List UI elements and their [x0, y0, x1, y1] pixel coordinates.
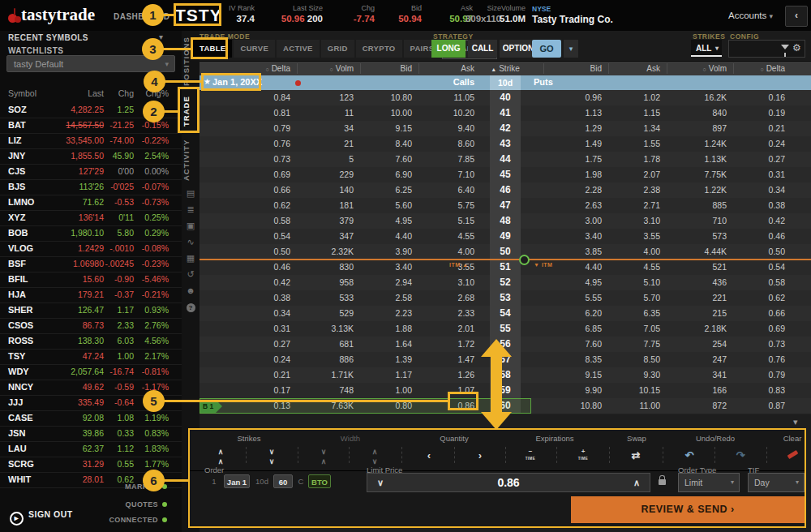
tif-select[interactable]: Day▾	[748, 473, 805, 492]
column-header-symbol[interactable]: Symbol	[8, 88, 36, 98]
chain-cell-c-ask[interactable]: 9.40	[410, 121, 474, 136]
limit-price-stepper[interactable]: ∨ 0.86 ∧	[367, 473, 650, 492]
mode-tab-curve[interactable]: CURVE	[234, 40, 275, 58]
chain-cell-p-ask[interactable]: 2.71	[595, 198, 660, 213]
watchlist-row[interactable]: BJS113'26-0'025-0.07%	[0, 179, 182, 195]
strikes-filter-select[interactable]: ALL▾	[691, 40, 722, 57]
chain-cell-p-bid[interactable]: 8.35	[537, 352, 602, 367]
width-narrow-button[interactable]: ∨∧	[306, 445, 341, 466]
chain-cell-c-ask[interactable]: 4.55	[410, 229, 474, 244]
recent-symbols-header[interactable]: RECENT SYMBOLS	[8, 33, 88, 42]
chain-cell-p-bid[interactable]: 3.00	[537, 213, 602, 229]
watchlist-row[interactable]: BOB1,980.105.800.29%	[0, 225, 182, 242]
mode-tab-crypto[interactable]: CRYPTO	[356, 40, 402, 58]
chain-cell-c-bid[interactable]: 3.90	[347, 244, 412, 260]
chain-cell-c-bid[interactable]: 1.17	[347, 367, 412, 383]
watchlist-row[interactable]: JNY1,855.5045.902.54%	[0, 148, 182, 165]
chain-cell-p-bid[interactable]: 2.28	[537, 182, 602, 198]
chain-cell-p-ask[interactable]: 10.15	[595, 383, 660, 398]
chain-cell-c-bid[interactable]: 5.60	[347, 198, 412, 213]
watchlist-row[interactable]: CJS127'290'000.00%	[0, 164, 182, 180]
order-strike-chip[interactable]: 60	[273, 474, 293, 488]
put-header-volm[interactable]: ○Volm	[662, 62, 727, 75]
tastytrade-logo[interactable]: tastytrade	[8, 5, 95, 25]
chain-cell-p-ask[interactable]: 1.34	[595, 121, 660, 136]
chain-cell-c-bid[interactable]: 2.23	[347, 306, 412, 321]
chain-cell-p-ask[interactable]: 9.30	[595, 367, 660, 383]
strikes-up-button[interactable]: ∧∧	[203, 445, 238, 466]
quantity-right-button[interactable]: ›	[462, 445, 498, 466]
follow-icon[interactable]: ▣	[182, 221, 200, 231]
order-action-chip[interactable]: BTO	[308, 474, 331, 488]
strike-header[interactable]: ▲Strike	[467, 62, 543, 75]
chain-cell-p-bid[interactable]: 9.15	[537, 367, 602, 383]
chain-cell-c-bid[interactable]: 3.40	[347, 260, 412, 275]
chain-cell-c-ask[interactable]: 10.20	[410, 105, 474, 121]
gear-icon[interactable]: ⚙	[792, 42, 801, 54]
chain-cell-p-ask[interactable]: 6.35	[595, 306, 660, 321]
clear-button[interactable]	[775, 445, 810, 466]
chain-cell-p-bid[interactable]: 5.55	[537, 290, 602, 306]
chain-cell-p-bid[interactable]: 1.29	[537, 121, 602, 136]
chain-cell-p-ask[interactable]: 1.78	[595, 152, 660, 167]
mode-tab-grid[interactable]: GRID	[321, 40, 354, 58]
chain-cell-p-bid[interactable]: 3.40	[537, 229, 602, 244]
strategy-long-button[interactable]: LONG	[431, 40, 466, 58]
chain-cell-p-bid[interactable]: 1.49	[537, 136, 602, 152]
chain-cell-c-bid[interactable]: 9.15	[347, 121, 412, 136]
chain-cell-c-bid[interactable]: 10.80	[347, 90, 412, 105]
strikes-down-button[interactable]: ∨∨	[254, 445, 290, 466]
chain-cell-p-bid[interactable]: 1.98	[537, 167, 602, 182]
put-header-ask[interactable]: Ask	[595, 62, 660, 75]
chain-cell-c-ask[interactable]: 11.05	[410, 90, 474, 105]
put-header-delta[interactable]: ○Delta	[720, 62, 785, 75]
grid-icon[interactable]: ▦	[182, 253, 200, 264]
expiration-row[interactable]: ★ Jan 1, 20XX Calls 10d Puts	[200, 75, 811, 90]
redo-button[interactable]: ↷	[723, 445, 758, 466]
chain-cell-c-bid[interactable]: 4.40	[347, 229, 412, 244]
call-header-bid[interactable]: Bid	[347, 62, 412, 75]
watchlist-row[interactable]: XYZ136'140'110.25%	[0, 210, 182, 226]
limit-price-value[interactable]: 0.86	[367, 474, 650, 491]
chain-cell-c-bid[interactable]: 10.00	[347, 105, 412, 121]
chain-cell-p-ask[interactable]: 1.15	[595, 105, 660, 121]
chain-cell-c-bid[interactable]: 1.00	[347, 383, 412, 398]
spot-price-marker-icon[interactable]	[519, 255, 530, 265]
chain-cell-p-bid[interactable]: 10.80	[537, 398, 602, 414]
chain-cell-p-ask[interactable]: 8.50	[595, 352, 660, 367]
watchlist-row[interactable]: WDY2,057.64-16.74-0.81%	[0, 364, 182, 380]
chain-cell-c-ask[interactable]: 7.85	[410, 152, 474, 167]
order-type-select[interactable]: Limit▾	[678, 473, 740, 492]
chevron-down-icon[interactable]: ▾	[793, 417, 798, 427]
chain-cell-c-ask[interactable]: 6.40	[410, 182, 474, 198]
chain-cell-c-ask[interactable]: 3.10	[410, 275, 474, 290]
swap-button[interactable]: ⇄	[618, 445, 654, 466]
chain-cell-p-bid[interactable]: 4.95	[537, 275, 602, 290]
chain-cell-p-bid[interactable]: 9.90	[537, 383, 602, 398]
chain-cell-c-ask[interactable]: 7.10	[410, 167, 474, 182]
chain-cell-p-ask[interactable]: 2.38	[595, 182, 660, 198]
go-button[interactable]: GO	[532, 40, 561, 58]
chain-cell-c-ask[interactable]: 5.15	[410, 213, 474, 229]
mode-tab-active[interactable]: ACTIVE	[277, 40, 320, 58]
chain-cell-p-bid[interactable]: 1.75	[537, 152, 602, 167]
chain-cell-p-ask[interactable]: 4.00	[595, 244, 660, 260]
order-expiration-chip[interactable]: Jan 1	[224, 474, 250, 488]
social-icon[interactable]: ☻	[182, 285, 200, 295]
sign-out-button[interactable]: ►SIGN OUT	[10, 509, 73, 526]
chain-cell-c-ask[interactable]: 1.26	[410, 367, 474, 383]
chain-cell-c-bid[interactable]: 6.25	[347, 182, 412, 198]
watchlist-row[interactable]: SHER126.471.170.93%	[0, 302, 182, 319]
chain-cell-c-ask[interactable]: 1.47	[410, 352, 474, 367]
chain-cell-p-ask[interactable]: 11.00	[595, 398, 660, 414]
accounts-dropdown[interactable]: Accounts ▾	[728, 11, 773, 20]
chain-cell-p-bid[interactable]: 6.20	[537, 306, 602, 321]
chain-cell-c-bid[interactable]: 4.95	[347, 213, 412, 229]
chain-cell-p-ask[interactable]: 7.75	[595, 337, 660, 352]
help-icon[interactable]: ?	[182, 302, 200, 312]
watchlist-row[interactable]: VLOG1.2429-.0010-0.08%	[0, 241, 182, 257]
chain-cell-c-bid[interactable]: 1.39	[347, 352, 412, 367]
watchlist-row[interactable]: TSY47.241.002.17%	[0, 349, 182, 365]
watchlist-row[interactable]: HJA179.21-0.37-0.21%	[0, 287, 182, 303]
chain-cell-c-bid[interactable]: 1.64	[347, 337, 412, 352]
